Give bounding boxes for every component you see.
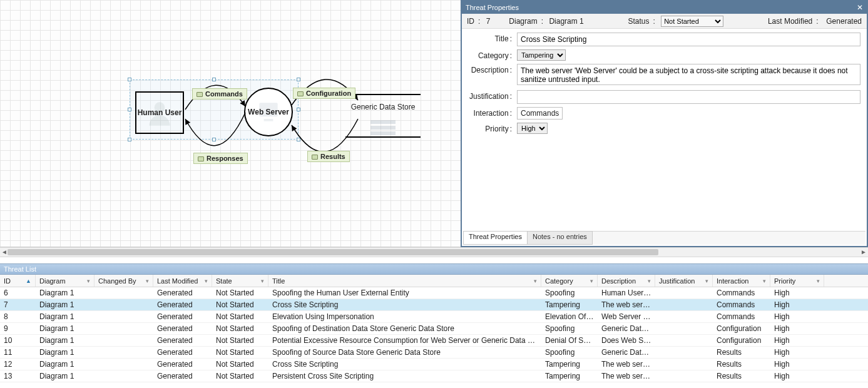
cell — [94, 359, 153, 370]
flow-icon — [297, 91, 304, 96]
flow-label-configuration[interactable]: Configuration — [293, 88, 355, 99]
table-row[interactable]: 10Diagram 1GeneratedNot StartedPotential… — [0, 335, 868, 347]
col-description[interactable]: Description▾ — [598, 275, 655, 287]
cell: Generic Data S... — [598, 347, 655, 358]
tab-threat-properties[interactable]: Threat Properties — [463, 231, 528, 245]
cell: Not Started — [212, 335, 268, 346]
scroll-right-icon[interactable]: ► — [860, 249, 867, 255]
col-state[interactable]: State▾ — [212, 275, 268, 287]
table-row[interactable]: 12Diagram 1GeneratedNot StartedCross Sit… — [0, 359, 868, 370]
table-row[interactable]: 11Diagram 1GeneratedNot StartedSpoofing … — [0, 347, 868, 359]
cell: High — [770, 335, 824, 346]
cell: Generated — [153, 347, 212, 358]
cell: Commands — [713, 287, 770, 299]
panel-header: ID: 7 Diagram: Diagram 1 Status: Not Sta… — [462, 14, 867, 29]
cell: Commands — [713, 311, 770, 322]
flow-label-responses[interactable]: Responses — [193, 153, 248, 164]
priority-select[interactable]: High — [517, 123, 548, 134]
cell: Web Server m... — [598, 311, 655, 322]
cell: Generated — [153, 311, 212, 322]
svg-rect-5 — [370, 131, 396, 135]
table-row[interactable]: 9Diagram 1GeneratedNot StartedSpoofing o… — [0, 323, 868, 335]
table-row[interactable]: 8Diagram 1GeneratedNot StartedElevation … — [0, 311, 868, 323]
flow-icon — [197, 92, 203, 97]
cell: High — [770, 359, 824, 370]
scroll-left-icon[interactable]: ◄ — [1, 249, 8, 255]
node-web-server[interactable]: Web Server — [244, 88, 293, 136]
cell — [94, 370, 153, 382]
cell: Diagram 1 — [36, 359, 94, 370]
cell — [655, 335, 713, 346]
cell: Diagram 1 — [36, 311, 94, 322]
interaction-value: Commands — [517, 107, 563, 120]
svg-rect-4 — [370, 126, 396, 130]
cell: Elevation Using Impersonation — [268, 311, 541, 322]
status-select[interactable]: Not Started — [661, 16, 723, 27]
col-category[interactable]: Category▾ — [541, 275, 598, 287]
cell: The web serve... — [598, 299, 655, 310]
interaction-label: Interaction — [468, 107, 512, 118]
close-icon[interactable]: ✕ — [857, 3, 863, 12]
cell: Tampering — [541, 299, 598, 310]
justification-input[interactable] — [517, 90, 860, 104]
flow-icon — [312, 155, 318, 160]
cell: Diagram 1 — [36, 299, 94, 310]
description-input[interactable]: The web server 'Web Server' could be a s… — [517, 64, 860, 85]
flow-label-commands[interactable]: Commands — [192, 88, 247, 100]
col-diagram[interactable]: Diagram▾ — [36, 275, 94, 287]
cell: Diagram 1 — [36, 335, 94, 346]
cell: Spoofing of Source Data Store Generic Da… — [268, 347, 541, 358]
title-label: Title — [468, 33, 512, 43]
cell: Generated — [153, 335, 212, 346]
cell: High — [770, 370, 824, 382]
scrollbar-thumb[interactable] — [8, 249, 658, 255]
cell: 7 — [0, 299, 36, 310]
flow-label-results[interactable]: Results — [307, 151, 350, 162]
cell — [94, 299, 153, 310]
svg-rect-2 — [264, 119, 273, 121]
cell: Not Started — [212, 347, 268, 358]
cell: Potential Excessive Resource Consumption… — [268, 335, 541, 346]
category-select[interactable]: Tampering — [517, 49, 566, 61]
col-last-modified[interactable]: Last Modified▾ — [153, 275, 212, 287]
node-label: Human User — [138, 108, 182, 117]
col-priority[interactable]: Priority▾ — [770, 275, 824, 287]
cell: Cross Site Scripting — [268, 359, 541, 370]
threat-list-title: Threat List — [0, 263, 868, 275]
threat-properties-panel: Threat Properties ✕ ID: 7 Diagram: Diagr… — [461, 0, 868, 247]
cell: High — [770, 311, 824, 322]
table-row[interactable]: 6Diagram 1GeneratedNot StartedSpoofing t… — [0, 287, 868, 299]
title-input[interactable] — [517, 33, 860, 46]
flow-icon — [198, 156, 204, 161]
col-changed-by[interactable]: Changed By▾ — [94, 275, 153, 287]
cell: 12 — [0, 359, 36, 370]
cell — [94, 287, 153, 299]
panel-titlebar[interactable]: Threat Properties ✕ — [462, 1, 867, 14]
table-row[interactable]: 13Diagram 1GeneratedNot StartedPersisten… — [0, 370, 868, 382]
col-justification[interactable]: Justification▾ — [655, 275, 713, 287]
cell: High — [770, 347, 824, 358]
cell: Generic Data S... — [598, 323, 655, 334]
col-title[interactable]: Title▾ — [268, 275, 541, 287]
canvas-scrollbar-horizontal[interactable]: ◄ ► — [0, 247, 868, 257]
cell: Spoofing — [541, 347, 598, 358]
col-interaction[interactable]: Interaction▾ — [713, 275, 770, 287]
cell: Configuration — [713, 335, 770, 346]
description-label: Description — [468, 64, 512, 74]
node-data-store[interactable]: Generic Data Store — [345, 94, 421, 138]
cell: Spoofing the Human User External Entity — [268, 287, 541, 299]
cell: Not Started — [212, 359, 268, 370]
cell: Not Started — [212, 299, 268, 310]
panel-tabs: Threat Properties Notes - no entries — [463, 231, 865, 245]
cell: Tampering — [541, 370, 598, 382]
cell: Tampering — [541, 359, 598, 370]
cell: Cross Site Scripting — [268, 299, 541, 310]
cell: Diagram 1 — [36, 287, 94, 299]
table-row[interactable]: 7Diagram 1GeneratedNot StartedCross Site… — [0, 299, 868, 311]
node-label: Web Server — [248, 108, 289, 116]
col-id[interactable]: ID▲ — [0, 275, 36, 287]
cell — [655, 359, 713, 370]
node-human-user[interactable]: Human User — [135, 91, 184, 134]
cell: 10 — [0, 335, 36, 346]
tab-notes[interactable]: Notes - no entries — [527, 231, 593, 245]
